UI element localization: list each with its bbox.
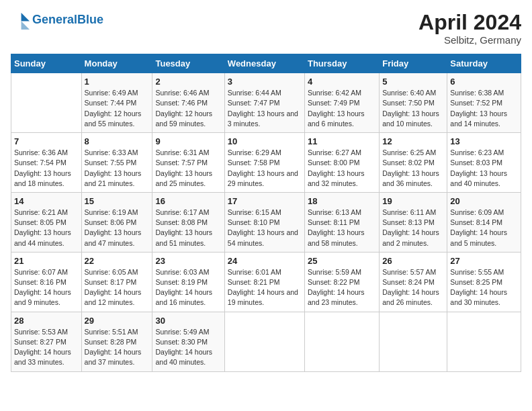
calendar-cell: 21Sunrise: 6:07 AMSunset: 8:16 PMDayligh… [11, 252, 82, 312]
day-info: Sunrise: 6:42 AMSunset: 7:49 PMDaylight:… [308, 88, 376, 129]
calendar-cell [447, 312, 521, 371]
day-number: 24 [228, 256, 302, 266]
day-number: 20 [450, 196, 518, 206]
calendar-cell: 26Sunrise: 5:57 AMSunset: 8:24 PMDayligh… [380, 252, 447, 312]
day-number: 17 [228, 196, 302, 206]
day-info: Sunrise: 6:31 AMSunset: 7:57 PMDaylight:… [155, 148, 221, 189]
calendar-cell: 16Sunrise: 6:17 AMSunset: 8:08 PMDayligh… [152, 192, 224, 252]
day-info: Sunrise: 5:51 AMSunset: 8:28 PMDaylight:… [85, 327, 150, 368]
day-info: Sunrise: 5:57 AMSunset: 8:24 PMDaylight:… [382, 267, 444, 308]
day-number: 6 [450, 77, 518, 87]
day-number: 21 [14, 256, 79, 266]
calendar-cell [11, 73, 82, 133]
day-info: Sunrise: 6:29 AMSunset: 7:58 PMDaylight:… [228, 148, 302, 189]
calendar-cell: 3Sunrise: 6:44 AMSunset: 7:47 PMDaylight… [224, 73, 304, 133]
calendar-table: SundayMondayTuesdayWednesdayThursdayFrid… [11, 54, 521, 371]
day-info: Sunrise: 6:19 AMSunset: 8:06 PMDaylight:… [85, 208, 150, 248]
day-number: 14 [14, 196, 79, 206]
day-number: 27 [450, 256, 518, 266]
calendar-cell: 13Sunrise: 6:23 AMSunset: 8:03 PMDayligh… [447, 133, 521, 193]
calendar-cell: 15Sunrise: 6:19 AMSunset: 8:06 PMDayligh… [81, 192, 152, 252]
day-number: 15 [85, 196, 150, 206]
day-number: 1 [85, 77, 150, 87]
day-info: Sunrise: 5:53 AMSunset: 8:27 PMDaylight:… [14, 327, 79, 368]
day-info: Sunrise: 6:05 AMSunset: 8:17 PMDaylight:… [85, 267, 150, 308]
calendar-cell: 22Sunrise: 6:05 AMSunset: 8:17 PMDayligh… [81, 252, 152, 312]
logo-icon [11, 11, 30, 30]
page-header: GeneralBlue April 2024 Selbitz, Germany [11, 11, 521, 46]
calendar-week-4: 21Sunrise: 6:07 AMSunset: 8:16 PMDayligh… [11, 252, 521, 312]
day-number: 11 [308, 136, 376, 146]
calendar-cell: 8Sunrise: 6:33 AMSunset: 7:55 PMDaylight… [81, 133, 152, 193]
day-number: 12 [382, 136, 444, 146]
day-number: 23 [155, 256, 221, 266]
calendar-cell: 11Sunrise: 6:27 AMSunset: 8:00 PMDayligh… [304, 133, 379, 193]
calendar-cell: 4Sunrise: 6:42 AMSunset: 7:49 PMDaylight… [304, 73, 379, 133]
month-title: April 2024 [418, 11, 521, 34]
calendar-cell: 28Sunrise: 5:53 AMSunset: 8:27 PMDayligh… [11, 312, 82, 371]
calendar-cell: 2Sunrise: 6:46 AMSunset: 7:46 PMDaylight… [152, 73, 224, 133]
day-number: 5 [382, 77, 444, 87]
day-info: Sunrise: 6:27 AMSunset: 8:00 PMDaylight:… [308, 148, 376, 189]
day-number: 30 [155, 316, 221, 326]
calendar-cell: 1Sunrise: 6:49 AMSunset: 7:44 PMDaylight… [81, 73, 152, 133]
day-number: 18 [308, 196, 376, 206]
calendar-cell: 23Sunrise: 6:03 AMSunset: 8:19 PMDayligh… [152, 252, 224, 312]
day-info: Sunrise: 6:36 AMSunset: 7:54 PMDaylight:… [14, 148, 79, 189]
day-number: 10 [228, 136, 302, 146]
day-number: 25 [308, 256, 376, 266]
day-info: Sunrise: 6:33 AMSunset: 7:55 PMDaylight:… [85, 148, 150, 189]
header-day-tuesday: Tuesday [152, 54, 224, 73]
calendar-cell: 24Sunrise: 6:01 AMSunset: 8:21 PMDayligh… [224, 252, 304, 312]
day-info: Sunrise: 6:13 AMSunset: 8:11 PMDaylight:… [308, 208, 376, 248]
calendar-cell: 27Sunrise: 5:55 AMSunset: 8:25 PMDayligh… [447, 252, 521, 312]
day-info: Sunrise: 6:25 AMSunset: 8:02 PMDaylight:… [382, 148, 444, 189]
logo-text: GeneralBlue [32, 13, 103, 27]
calendar-cell: 25Sunrise: 5:59 AMSunset: 8:22 PMDayligh… [304, 252, 379, 312]
day-info: Sunrise: 5:59 AMSunset: 8:22 PMDaylight:… [308, 267, 376, 308]
day-info: Sunrise: 5:55 AMSunset: 8:25 PMDaylight:… [450, 267, 518, 308]
day-number: 8 [85, 136, 150, 146]
calendar-cell: 12Sunrise: 6:25 AMSunset: 8:02 PMDayligh… [380, 133, 447, 193]
calendar-cell: 19Sunrise: 6:11 AMSunset: 8:13 PMDayligh… [380, 192, 447, 252]
calendar-cell: 9Sunrise: 6:31 AMSunset: 7:57 PMDaylight… [152, 133, 224, 193]
calendar-cell: 20Sunrise: 6:09 AMSunset: 8:14 PMDayligh… [447, 192, 521, 252]
calendar-cell [224, 312, 304, 371]
day-info: Sunrise: 5:49 AMSunset: 8:30 PMDaylight:… [155, 327, 221, 368]
day-info: Sunrise: 6:09 AMSunset: 8:14 PMDaylight:… [450, 208, 518, 248]
day-number: 16 [155, 196, 221, 206]
calendar-cell: 14Sunrise: 6:21 AMSunset: 8:05 PMDayligh… [11, 192, 82, 252]
calendar-cell: 10Sunrise: 6:29 AMSunset: 7:58 PMDayligh… [224, 133, 304, 193]
calendar-cell: 29Sunrise: 5:51 AMSunset: 8:28 PMDayligh… [81, 312, 152, 371]
header-day-thursday: Thursday [304, 54, 379, 73]
day-info: Sunrise: 6:38 AMSunset: 7:52 PMDaylight:… [450, 88, 518, 129]
day-info: Sunrise: 6:07 AMSunset: 8:16 PMDaylight:… [14, 267, 79, 308]
day-info: Sunrise: 6:40 AMSunset: 7:50 PMDaylight:… [382, 88, 444, 129]
header-day-monday: Monday [81, 54, 152, 73]
day-number: 26 [382, 256, 444, 266]
day-info: Sunrise: 6:01 AMSunset: 8:21 PMDaylight:… [228, 267, 302, 308]
day-number: 7 [14, 136, 79, 146]
day-number: 29 [85, 316, 150, 326]
header-day-friday: Friday [380, 54, 447, 73]
calendar-cell: 6Sunrise: 6:38 AMSunset: 7:52 PMDaylight… [447, 73, 521, 133]
location-subtitle: Selbitz, Germany [418, 34, 521, 46]
day-number: 22 [85, 256, 150, 266]
day-number: 2 [155, 77, 221, 87]
calendar-week-1: 1Sunrise: 6:49 AMSunset: 7:44 PMDaylight… [11, 73, 521, 133]
day-info: Sunrise: 6:23 AMSunset: 8:03 PMDaylight:… [450, 148, 518, 189]
header-day-wednesday: Wednesday [224, 54, 304, 73]
calendar-cell [380, 312, 447, 371]
calendar-cell: 18Sunrise: 6:13 AMSunset: 8:11 PMDayligh… [304, 192, 379, 252]
calendar-cell: 7Sunrise: 6:36 AMSunset: 7:54 PMDaylight… [11, 133, 82, 193]
header-row: SundayMondayTuesdayWednesdayThursdayFrid… [11, 54, 521, 73]
day-number: 19 [382, 196, 444, 206]
day-info: Sunrise: 6:49 AMSunset: 7:44 PMDaylight:… [85, 88, 150, 129]
day-number: 13 [450, 136, 518, 146]
calendar-cell: 30Sunrise: 5:49 AMSunset: 8:30 PMDayligh… [152, 312, 224, 371]
calendar-week-3: 14Sunrise: 6:21 AMSunset: 8:05 PMDayligh… [11, 192, 521, 252]
header-day-saturday: Saturday [447, 54, 521, 73]
day-number: 4 [308, 77, 376, 87]
day-info: Sunrise: 6:17 AMSunset: 8:08 PMDaylight:… [155, 208, 221, 248]
title-block: April 2024 Selbitz, Germany [418, 11, 521, 46]
